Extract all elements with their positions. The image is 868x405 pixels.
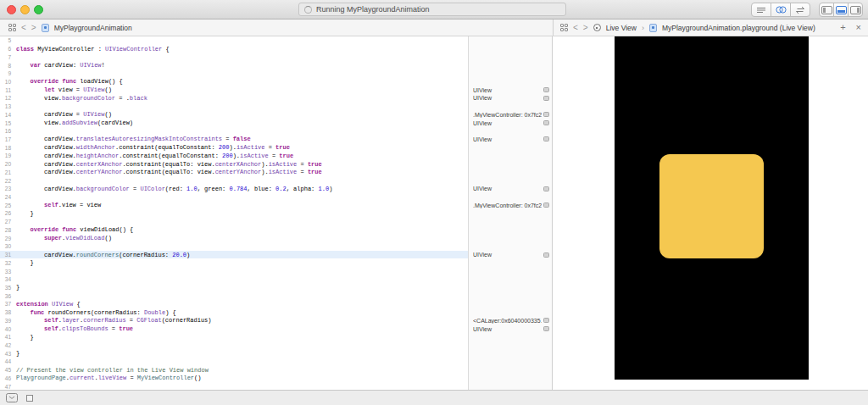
assistant-actions: + ×	[840, 19, 861, 36]
show-result-icon[interactable]	[543, 318, 549, 323]
code-line-25[interactable]: 25self.view = view	[0, 201, 468, 209]
code-line-44[interactable]: 44	[0, 358, 468, 366]
code-line-23[interactable]: 23cardView.backgroundColor = UIColor(red…	[0, 185, 468, 193]
show-result-icon[interactable]	[543, 136, 549, 141]
code-line-24[interactable]: 24	[0, 193, 468, 202]
show-result-icon[interactable]	[543, 87, 549, 92]
code-line-5[interactable]: 5	[0, 36, 468, 45]
code-text: self.view = view	[15, 202, 101, 208]
result-value: .MyViewController: 0x7fc2…	[473, 112, 542, 118]
code-line-42[interactable]: 42	[0, 341, 468, 350]
show-result-icon[interactable]	[543, 326, 549, 331]
show-result-icon[interactable]	[543, 96, 549, 101]
code-line-37[interactable]: 37extension UIView {	[0, 300, 468, 308]
result-row-line-23: UIView	[469, 185, 553, 193]
show-result-icon[interactable]	[543, 202, 549, 208]
line-number: 23	[0, 186, 15, 191]
result-value: UIView	[473, 186, 542, 191]
breadcrumb-live-view-file[interactable]: MyPlaygroundAnimation.playground (Live V…	[662, 24, 815, 32]
toggle-inspector-panel-button[interactable]	[848, 3, 863, 17]
breadcrumb-file-name[interactable]: MyPlaygroundAnimation	[54, 24, 132, 32]
zoom-window-button[interactable]	[34, 5, 43, 14]
code-line-21[interactable]: 21cardView.centerYAnchor.constraint(equa…	[0, 169, 468, 177]
breadcrumb-live-view[interactable]: Live View	[606, 24, 637, 32]
code-editor[interactable]: 56class MyViewController : UIViewControl…	[0, 36, 468, 390]
minimize-window-button[interactable]	[20, 5, 30, 14]
code-line-36[interactable]: 36	[0, 291, 468, 300]
code-text: cardView = UIView()	[15, 111, 112, 118]
close-assistant-editor-button[interactable]: ×	[856, 23, 861, 32]
code-line-35[interactable]: 35}	[0, 284, 468, 292]
code-line-34[interactable]: 34	[0, 275, 468, 284]
line-number: 24	[0, 194, 15, 200]
code-text: }	[15, 334, 34, 341]
code-line-7[interactable]: 7	[0, 53, 468, 61]
code-line-19[interactable]: 19cardView.heightAnchor.constraint(equal…	[0, 152, 468, 160]
toggle-debug-area-button[interactable]	[833, 3, 849, 17]
standard-editor-button[interactable]	[751, 3, 771, 17]
code-line-11[interactable]: 11let view = UIView()	[0, 86, 468, 94]
code-line-46[interactable]: 46PlaygroundPage.current.liveView = MyVi…	[0, 374, 468, 383]
code-line-18[interactable]: 18cardView.widthAnchor.constraint(equalT…	[0, 143, 468, 152]
go-back-button[interactable]: <	[21, 24, 26, 32]
live-view-icon	[593, 24, 601, 31]
stop-execution-button[interactable]	[26, 395, 33, 402]
code-line-16[interactable]: 16	[0, 127, 468, 136]
code-line-8[interactable]: 8var cardView: UIView!	[0, 61, 468, 69]
code-text: cardView.roundCorners(cornerRadius: 20.0…	[15, 252, 190, 258]
code-line-17[interactable]: 17cardView.translatesAutoresizingMaskInt…	[0, 136, 468, 144]
code-line-38[interactable]: 38func roundCorners(cornerRadius: Double…	[0, 308, 468, 317]
code-line-28[interactable]: 28override func viewDidLoad() {	[0, 226, 468, 235]
code-text: cardView.centerYAnchor.constraint(equalT…	[15, 169, 322, 175]
live-view-pane	[553, 36, 868, 390]
code-text: cardView.backgroundColor = UIColor(red: …	[15, 186, 332, 192]
code-line-20[interactable]: 20cardView.centerXAnchor.constraint(equa…	[0, 160, 468, 169]
code-line-32[interactable]: 32}	[0, 258, 468, 267]
line-number: 35	[0, 285, 15, 291]
code-line-45[interactable]: 45// Present the view controller in the …	[0, 366, 468, 374]
code-line-33[interactable]: 33	[0, 267, 468, 275]
code-line-26[interactable]: 26}	[0, 209, 468, 218]
code-line-41[interactable]: 41}	[0, 333, 468, 341]
show-result-icon[interactable]	[543, 252, 549, 258]
editor-jump-bar: < > MyPlaygroundAnimation	[0, 19, 553, 36]
code-line-13[interactable]: 13	[0, 103, 468, 111]
assistant-editor-button[interactable]	[771, 3, 791, 17]
code-line-10[interactable]: 10override func loadView() {	[0, 78, 468, 86]
code-line-12[interactable]: 12view.backgroundColor = .black	[0, 94, 468, 103]
go-back-button[interactable]: <	[573, 24, 578, 32]
go-forward-button[interactable]: >	[583, 24, 588, 32]
go-forward-button[interactable]: >	[31, 24, 36, 32]
code-line-22[interactable]: 22	[0, 176, 468, 185]
code-line-39[interactable]: 39self.layer.cornerRadius = CGFloat(corn…	[0, 316, 468, 325]
code-line-29[interactable]: 29super.viewDidLoad()	[0, 234, 468, 242]
code-line-47[interactable]: 47	[0, 382, 468, 390]
activity-status-field: Running MyPlaygroundAnimation	[298, 3, 566, 16]
code-line-27[interactable]: 27	[0, 218, 468, 226]
editor-mode-segmented-control	[751, 3, 810, 17]
code-line-31[interactable]: 31cardView.roundCorners(cornerRadius: 20…	[0, 251, 468, 259]
code-text: cardView.centerXAnchor.constraint(equalT…	[15, 161, 322, 168]
related-items-icon[interactable]	[8, 24, 16, 31]
version-editor-button[interactable]	[790, 3, 810, 17]
show-result-icon[interactable]	[543, 186, 549, 191]
progress-spinner-icon	[304, 6, 312, 14]
related-items-icon[interactable]	[560, 24, 568, 31]
show-result-icon[interactable]	[543, 120, 549, 125]
toggle-navigator-panel-button[interactable]	[819, 3, 834, 17]
close-window-button[interactable]	[7, 5, 16, 14]
toggle-debug-area-icon[interactable]	[6, 393, 18, 402]
code-line-40[interactable]: 40self.clipsToBounds = true	[0, 325, 468, 333]
add-assistant-editor-button[interactable]: +	[840, 23, 845, 32]
code-line-14[interactable]: 14cardView = UIView()	[0, 110, 468, 119]
show-result-icon[interactable]	[543, 112, 549, 117]
left-panel-icon	[821, 6, 832, 14]
code-line-30[interactable]: 30	[0, 242, 468, 251]
code-line-43[interactable]: 43}	[0, 349, 468, 358]
line-number: 16	[0, 128, 15, 134]
code-line-9[interactable]: 9	[0, 69, 468, 78]
code-line-15[interactable]: 15view.addSubview(cardView)	[0, 119, 468, 127]
code-line-6[interactable]: 6class MyViewController : UIViewControll…	[0, 45, 468, 53]
result-row-line-14: .MyViewController: 0x7fc2…	[469, 110, 553, 119]
line-number: 38	[0, 309, 15, 315]
